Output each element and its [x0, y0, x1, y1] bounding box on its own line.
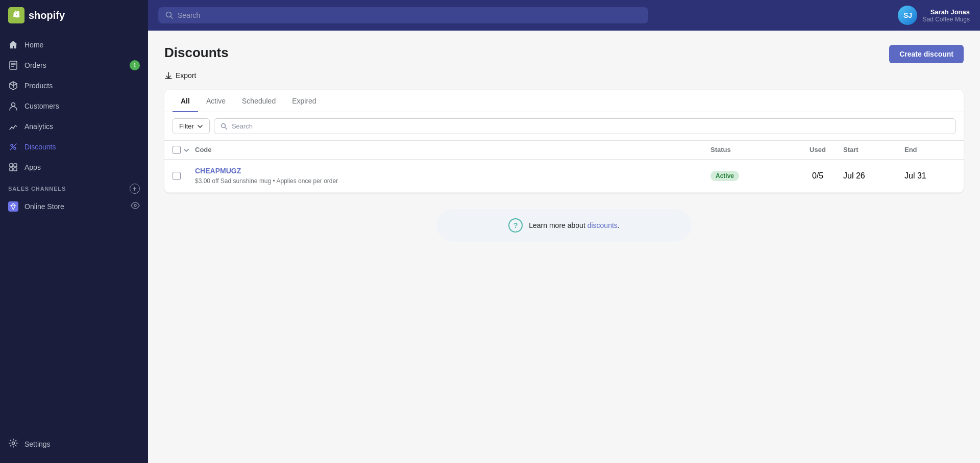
- avatar: SJ: [898, 6, 917, 25]
- header-checkbox-cell: [173, 146, 195, 154]
- content: Discounts Create discount Export All Act…: [148, 31, 980, 463]
- main-area: Search SJ Sarah Jonas Sad Coffee Mugs Di…: [148, 0, 980, 463]
- shopify-logo[interactable]: shopify: [8, 7, 65, 23]
- customers-icon: [8, 101, 18, 111]
- sidebar-item-discounts[interactable]: Discounts: [0, 137, 148, 157]
- tab-scheduled[interactable]: Scheduled: [234, 90, 284, 112]
- status-badge: Active: [710, 171, 739, 181]
- info-box: ? Learn more about discounts.: [436, 209, 692, 242]
- sidebar-item-settings[interactable]: Settings: [0, 433, 148, 455]
- shopify-logo-text: shopify: [29, 10, 65, 21]
- row-end-cell: Jul 31: [904, 171, 955, 181]
- col-header-used: Used: [792, 146, 843, 154]
- export-link[interactable]: Export: [164, 71, 964, 80]
- row-start-cell: Jul 26: [843, 171, 904, 181]
- row-used-cell: 0/5: [792, 171, 843, 181]
- row-code-cell: CHEAPMUGZ $3.00 off Sad sunshine mug • A…: [195, 167, 710, 185]
- svg-rect-7: [10, 168, 13, 171]
- online-store-icon: [8, 201, 18, 212]
- table-row: CHEAPMUGZ $3.00 off Sad sunshine mug • A…: [164, 160, 964, 193]
- apps-icon: [8, 162, 18, 172]
- svg-point-3: [11, 144, 13, 146]
- col-header-status: Status: [710, 146, 792, 154]
- export-label: Export: [176, 71, 196, 80]
- user-text: Sarah Jonas Sad Coffee Mugs: [922, 8, 970, 23]
- table-header: Code Status Used Start End: [164, 141, 964, 160]
- col-header-start: Start: [843, 146, 904, 154]
- svg-rect-0: [8, 7, 24, 23]
- svg-point-10: [12, 442, 15, 445]
- sidebar-item-label-orders: Orders: [24, 61, 46, 69]
- sidebar-item-label-products: Products: [24, 82, 53, 90]
- filter-bar: Filter: [164, 112, 964, 141]
- user-store: Sad Coffee Mugs: [922, 16, 970, 23]
- add-sales-channel-button[interactable]: +: [130, 184, 140, 194]
- analytics-icon: [8, 121, 18, 132]
- tab-expired[interactable]: Expired: [284, 90, 324, 112]
- sidebar: shopify Home Orders 1: [0, 0, 148, 463]
- sales-channels-label: SALES CHANNELS: [8, 186, 66, 192]
- page-header: Discounts Create discount: [164, 45, 964, 63]
- info-text: Learn more about discounts.: [529, 221, 619, 229]
- row-status-cell: Active: [710, 171, 792, 181]
- sidebar-item-orders[interactable]: Orders 1: [0, 55, 148, 75]
- tab-all[interactable]: All: [173, 90, 198, 112]
- tabs: All Active Scheduled Expired: [164, 90, 964, 112]
- sidebar-item-label-discounts: Discounts: [24, 143, 56, 151]
- sidebar-item-label-apps: Apps: [24, 163, 41, 171]
- discounts-link[interactable]: discounts: [587, 221, 618, 229]
- sidebar-item-label-analytics: Analytics: [24, 122, 53, 131]
- sidebar-bottom: Settings: [0, 429, 148, 463]
- create-discount-button[interactable]: Create discount: [889, 45, 964, 63]
- sidebar-item-customers[interactable]: Customers: [0, 96, 148, 116]
- tab-active[interactable]: Active: [198, 90, 234, 112]
- sales-channels-header: SALES CHANNELS +: [0, 177, 148, 196]
- search-placeholder: Search: [178, 11, 200, 19]
- row-checkbox[interactable]: [173, 172, 181, 180]
- sidebar-item-label-customers: Customers: [24, 102, 59, 110]
- col-header-end: End: [904, 146, 955, 154]
- sidebar-item-products[interactable]: Products: [0, 75, 148, 96]
- filter-search[interactable]: [214, 118, 955, 134]
- orders-icon: [8, 60, 18, 70]
- sidebar-item-home[interactable]: Home: [0, 35, 148, 55]
- sidebar-nav: Home Orders 1 Products: [0, 31, 148, 429]
- checkbox-dropdown[interactable]: [183, 146, 190, 153]
- discount-code-link[interactable]: CHEAPMUGZ: [195, 167, 710, 175]
- row-checkbox-cell: [173, 172, 195, 180]
- svg-point-2: [12, 103, 15, 107]
- orders-badge: 1: [130, 60, 140, 70]
- online-store-label: Online Store: [24, 202, 64, 211]
- filter-button[interactable]: Filter: [173, 118, 210, 134]
- svg-rect-6: [14, 164, 17, 167]
- search-bar[interactable]: Search: [158, 7, 648, 23]
- settings-icon: [8, 438, 18, 450]
- svg-rect-5: [10, 164, 13, 167]
- page-title: Discounts: [164, 45, 229, 61]
- home-icon: [8, 40, 18, 50]
- svg-point-9: [134, 204, 136, 207]
- discounts-card: All Active Scheduled Expired Filter: [164, 90, 964, 193]
- topbar: Search SJ Sarah Jonas Sad Coffee Mugs: [148, 0, 980, 31]
- sidebar-item-analytics[interactable]: Analytics: [0, 116, 148, 137]
- header-checkbox[interactable]: [173, 146, 181, 154]
- user-info[interactable]: SJ Sarah Jonas Sad Coffee Mugs: [898, 6, 970, 25]
- sidebar-header: shopify: [0, 0, 148, 31]
- svg-point-4: [14, 147, 16, 149]
- settings-label: Settings: [24, 440, 51, 448]
- sidebar-item-apps[interactable]: Apps: [0, 157, 148, 177]
- search-input[interactable]: [232, 122, 949, 130]
- sidebar-item-online-store[interactable]: Online Store: [0, 196, 148, 217]
- discount-description: $3.00 off Sad sunshine mug • Applies onc…: [195, 177, 338, 185]
- col-header-code: Code: [195, 146, 710, 154]
- sidebar-item-label-home: Home: [24, 41, 43, 49]
- products-icon: [8, 81, 18, 91]
- eye-icon[interactable]: [131, 201, 140, 212]
- discounts-icon: [8, 142, 18, 152]
- info-icon: ?: [508, 218, 523, 233]
- svg-rect-1: [10, 61, 17, 69]
- svg-point-12: [221, 123, 225, 127]
- filter-label: Filter: [179, 122, 194, 130]
- user-name: Sarah Jonas: [922, 8, 970, 16]
- svg-rect-8: [14, 168, 17, 171]
